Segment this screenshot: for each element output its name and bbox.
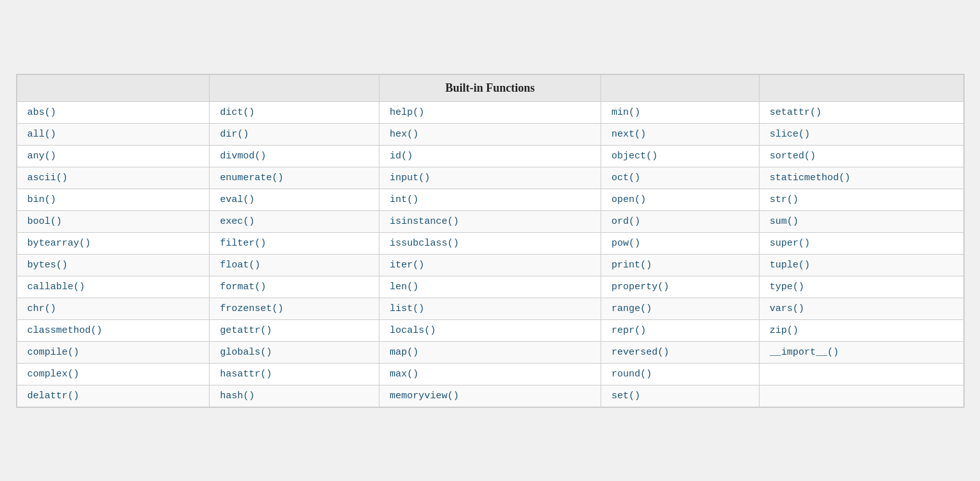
table-cell: filter() xyxy=(210,232,379,254)
table-row: complex()hasattr()max()round() xyxy=(17,363,963,385)
table-cell: reversed() xyxy=(601,341,759,363)
table-cell: len() xyxy=(379,276,601,298)
table-cell: compile() xyxy=(17,341,210,363)
table-cell: property() xyxy=(601,276,759,298)
table-cell: hash() xyxy=(210,385,379,407)
table-row: bytes()float()iter()print()tuple() xyxy=(17,254,963,276)
table-cell: input() xyxy=(379,167,601,189)
table-cell: format() xyxy=(210,276,379,298)
table-cell: float() xyxy=(210,254,379,276)
table-cell: id() xyxy=(379,145,601,167)
table-cell: complex() xyxy=(17,363,210,385)
table-cell: bool() xyxy=(17,210,210,232)
header-col4 xyxy=(601,74,759,101)
header-col2 xyxy=(210,74,379,101)
table-row: ascii()enumerate()input()oct()staticmeth… xyxy=(17,167,963,189)
table-cell: hasattr() xyxy=(210,363,379,385)
table-cell: range() xyxy=(601,298,759,319)
table-cell: pow() xyxy=(601,232,759,254)
table-cell: type() xyxy=(759,276,963,298)
table-cell: zip() xyxy=(759,319,963,341)
table-cell: sorted() xyxy=(759,145,963,167)
header-col1 xyxy=(17,74,210,101)
table-cell: ord() xyxy=(601,210,759,232)
table-cell: list() xyxy=(379,298,601,319)
table-cell: divmod() xyxy=(210,145,379,167)
table-cell: delattr() xyxy=(17,385,210,407)
table-row: abs()dict()help()min()setattr() xyxy=(17,101,963,123)
table-cell: globals() xyxy=(210,341,379,363)
table-title: Built-in Functions xyxy=(379,74,601,101)
table-row: any()divmod()id()object()sorted() xyxy=(17,145,963,167)
table-cell: help() xyxy=(379,101,601,123)
table-cell: ascii() xyxy=(17,167,210,189)
table-row: chr()frozenset()list()range()vars() xyxy=(17,298,963,319)
table-cell: issubclass() xyxy=(379,232,601,254)
table-cell: hex() xyxy=(379,123,601,145)
table-cell: repr() xyxy=(601,319,759,341)
table-cell: iter() xyxy=(379,254,601,276)
table-cell: abs() xyxy=(17,101,210,123)
table-cell: callable() xyxy=(17,276,210,298)
table-cell: slice() xyxy=(759,123,963,145)
header-col5 xyxy=(759,74,963,101)
table-row: classmethod()getattr()locals()repr()zip(… xyxy=(17,319,963,341)
table-cell: print() xyxy=(601,254,759,276)
table-cell: oct() xyxy=(601,167,759,189)
table-row: bytearray()filter()issubclass()pow()supe… xyxy=(17,232,963,254)
table-cell: memoryview() xyxy=(379,385,601,407)
table-cell: all() xyxy=(17,123,210,145)
table-cell xyxy=(759,385,963,407)
table-cell: bytearray() xyxy=(17,232,210,254)
table-cell: frozenset() xyxy=(210,298,379,319)
table-cell: bin() xyxy=(17,189,210,210)
table-cell: super() xyxy=(759,232,963,254)
table-cell: vars() xyxy=(759,298,963,319)
table-cell: eval() xyxy=(210,189,379,210)
table-row: all()dir()hex()next()slice() xyxy=(17,123,963,145)
table-cell: int() xyxy=(379,189,601,210)
table-cell: max() xyxy=(379,363,601,385)
table-cell: map() xyxy=(379,341,601,363)
table-cell: setattr() xyxy=(759,101,963,123)
table-cell: round() xyxy=(601,363,759,385)
table-cell: next() xyxy=(601,123,759,145)
table-row: compile()globals()map()reversed()__impor… xyxy=(17,341,963,363)
table-row: delattr()hash()memoryview()set() xyxy=(17,385,963,407)
built-in-functions-table: Built-in Functions abs()dict()help()min(… xyxy=(16,74,965,408)
table-cell xyxy=(759,363,963,385)
table-cell: classmethod() xyxy=(17,319,210,341)
table-row: bool()exec()isinstance()ord()sum() xyxy=(17,210,963,232)
table-cell: isinstance() xyxy=(379,210,601,232)
table-cell: enumerate() xyxy=(210,167,379,189)
table-cell: staticmethod() xyxy=(759,167,963,189)
table-cell: dict() xyxy=(210,101,379,123)
table-row: callable()format()len()property()type() xyxy=(17,276,963,298)
table-cell: min() xyxy=(601,101,759,123)
table-cell: __import__() xyxy=(759,341,963,363)
table-cell: tuple() xyxy=(759,254,963,276)
table-cell: sum() xyxy=(759,210,963,232)
table-row: bin()eval()int()open()str() xyxy=(17,189,963,210)
table-cell: exec() xyxy=(210,210,379,232)
table-cell: any() xyxy=(17,145,210,167)
table-cell: chr() xyxy=(17,298,210,319)
table-cell: object() xyxy=(601,145,759,167)
table-cell: set() xyxy=(601,385,759,407)
table-cell: open() xyxy=(601,189,759,210)
table-cell: str() xyxy=(759,189,963,210)
table-cell: dir() xyxy=(210,123,379,145)
table-cell: locals() xyxy=(379,319,601,341)
table-cell: bytes() xyxy=(17,254,210,276)
table-cell: getattr() xyxy=(210,319,379,341)
